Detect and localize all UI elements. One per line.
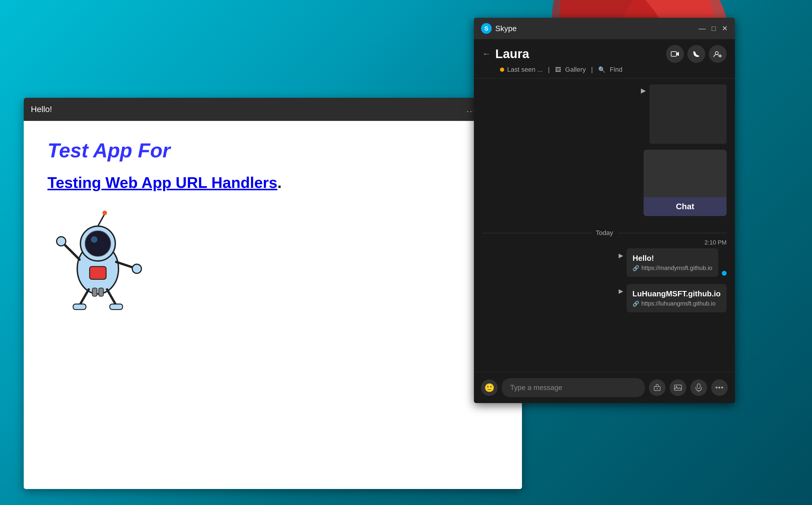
skype-title-left: S Skype xyxy=(481,23,517,34)
msg-text-2: LuHuangMSFT.github.io xyxy=(633,289,721,299)
media-play-icon[interactable]: ▶ xyxy=(641,87,646,95)
skype-header-left: ← Laura xyxy=(482,47,529,61)
webapp-titlebar: Hello! ... — □ ✕ xyxy=(24,98,522,121)
media-card: ▶ xyxy=(641,85,726,144)
message-bubble-2: LuHuangMSFT.github.io 🔗 https://luhuangm… xyxy=(627,284,727,312)
msg-play-icon-1[interactable]: ▶ xyxy=(619,252,623,259)
divider-line-left xyxy=(482,233,591,233)
skype-input-bar: 🙂 ••• xyxy=(474,372,735,403)
skype-add-contact-button[interactable] xyxy=(709,45,726,63)
message-row: ▶ Hello! 🔗 https://mandymsft.github.io xyxy=(482,248,726,277)
svg-rect-29 xyxy=(697,384,700,388)
skype-contact-header: ← Laura xyxy=(474,39,735,78)
today-divider: Today xyxy=(482,229,726,237)
skype-status-bar: Last seen ... | 🖼 Gallery | 🔍 Find xyxy=(482,66,726,73)
svg-rect-16 xyxy=(92,288,97,296)
skype-back-button[interactable]: ← xyxy=(482,49,491,59)
webapp-content: Test App For Testing Web App URL Handler… xyxy=(24,121,522,489)
svg-line-13 xyxy=(107,289,116,305)
astronaut-illustration xyxy=(47,209,148,310)
svg-rect-27 xyxy=(674,385,681,390)
skype-window-controls: — □ ✕ xyxy=(699,25,728,32)
divider-line-right xyxy=(618,233,726,233)
message-timestamp: 2:10 PM xyxy=(705,239,726,246)
svg-point-19 xyxy=(102,211,107,215)
skype-gallery-label[interactable]: Gallery xyxy=(565,66,586,73)
svg-point-8 xyxy=(57,237,66,246)
image-button[interactable] xyxy=(670,379,686,396)
chat-card-label: Chat xyxy=(644,197,726,216)
svg-point-22 xyxy=(715,51,718,54)
skype-logo-icon: S xyxy=(481,23,492,34)
skype-window: S Skype — □ ✕ ← Laura xyxy=(474,18,735,403)
webapp-link-period: . xyxy=(277,174,281,191)
skype-close-button[interactable]: ✕ xyxy=(722,25,728,32)
skype-header-actions xyxy=(666,45,726,63)
svg-marker-21 xyxy=(676,52,679,56)
svg-point-6 xyxy=(91,236,98,243)
msg-link-2[interactable]: 🔗 https://luhuangmsft.github.io xyxy=(633,300,721,307)
svg-point-26 xyxy=(657,388,658,389)
skype-contact-name: Laura xyxy=(495,47,529,61)
msg-play-icon-2[interactable]: ▶ xyxy=(619,288,623,295)
chat-label-thumbnail xyxy=(644,150,726,197)
svg-rect-20 xyxy=(671,51,676,56)
mic-button[interactable] xyxy=(690,379,707,396)
attach-file-button[interactable] xyxy=(649,379,666,396)
media-thumbnail xyxy=(650,85,726,144)
more-actions-button[interactable]: ••• xyxy=(711,379,728,396)
msg-link-icon-1: 🔗 xyxy=(633,265,639,272)
svg-rect-15 xyxy=(90,267,106,279)
astronaut-container xyxy=(47,209,498,311)
webapp-link[interactable]: Testing Web App URL Handlers xyxy=(47,174,277,191)
skype-video-button[interactable] xyxy=(666,45,684,63)
message-bubble-1: Hello! 🔗 https://mandymsft.github.io xyxy=(627,248,718,277)
msg-text-1: Hello! xyxy=(633,254,712,263)
skype-call-button[interactable] xyxy=(687,45,705,63)
skype-minimize-button[interactable]: — xyxy=(699,25,706,32)
status-indicator xyxy=(500,67,504,72)
chat-label-card: Chat xyxy=(644,150,726,216)
webapp-title: Hello! xyxy=(31,105,52,114)
message-row: ▶ LuHuangMSFT.github.io 🔗 https://luhuan… xyxy=(482,284,726,312)
msg-link-text-2: https://luhuangmsft.github.io xyxy=(642,300,716,307)
skype-chat-area: ▶ Chat Today 2:10 PM ▶ Hello! 🔗 https://… xyxy=(474,78,735,372)
svg-rect-14 xyxy=(110,304,123,310)
webapp-heading: Test App For xyxy=(47,139,498,162)
svg-point-5 xyxy=(85,231,111,257)
msg-status-dot-1 xyxy=(722,271,726,276)
skype-titlebar: S Skype — □ ✕ xyxy=(474,18,735,39)
emoji-button[interactable]: 🙂 xyxy=(481,379,498,396)
emoji-icon: 🙂 xyxy=(484,383,495,393)
svg-line-11 xyxy=(80,289,89,305)
skype-maximize-button[interactable]: □ xyxy=(712,25,716,32)
webapp-window: Hello! ... — □ ✕ Test App For Testing We… xyxy=(24,98,522,489)
skype-app-title: Skype xyxy=(495,24,517,33)
skype-header-top: ← Laura xyxy=(482,45,726,63)
today-label: Today xyxy=(596,229,613,237)
skype-gallery-icon: 🖼 xyxy=(555,66,561,73)
msg-link-icon-2: 🔗 xyxy=(633,301,639,307)
skype-find-icon: 🔍 xyxy=(598,66,605,73)
svg-point-10 xyxy=(132,264,141,273)
msg-link-text-1: https://mandymsft.github.io xyxy=(642,265,712,272)
message-input[interactable] xyxy=(502,378,645,397)
msg-link-1[interactable]: 🔗 https://mandymsft.github.io xyxy=(633,265,712,272)
svg-rect-17 xyxy=(99,288,103,296)
webapp-link-row: Testing Web App URL Handlers. xyxy=(47,174,498,191)
skype-last-seen: Last seen ... xyxy=(507,66,543,73)
skype-find-label[interactable]: Find xyxy=(610,66,623,73)
svg-rect-12 xyxy=(73,304,86,310)
svg-line-18 xyxy=(98,214,105,226)
